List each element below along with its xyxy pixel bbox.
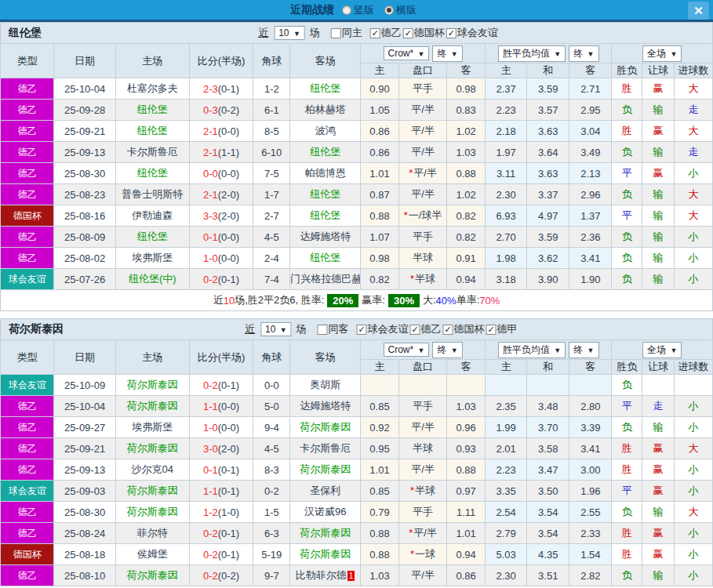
team-name: 荷尔斯泰因 xyxy=(1,322,64,336)
avg-odds-select[interactable]: 胜平负均值 ▼ xyxy=(498,45,566,62)
dropdown-arrow-icon: ▼ xyxy=(418,50,425,58)
near-link[interactable]: 近 xyxy=(258,26,268,40)
table-row: 德乙25-09-28纽伦堡0-3(0-2)6-1柏林赫塔1.05平/半0.832… xyxy=(1,100,713,121)
final-avg-select[interactable]: 终 ▼ xyxy=(569,45,598,62)
home-team-name: 荷尔斯泰因 xyxy=(127,400,178,412)
close-button[interactable]: ✕ xyxy=(688,2,709,20)
half-time-score: (0-0) xyxy=(218,401,239,412)
avg-draw-cell: 3.54 xyxy=(527,523,569,544)
odds-source-select[interactable]: Crow* ▼ xyxy=(384,343,430,357)
layout-radio-0[interactable]: 竖版 xyxy=(342,3,380,17)
avg-away-cell: 1.90 xyxy=(569,269,612,290)
score-cell: 0-3(0-2) xyxy=(189,100,253,121)
handicap-cell: 平/半 xyxy=(398,459,446,481)
league-checkbox-2[interactable]: ✓德国杯 xyxy=(443,322,485,336)
away-odds-cell: 0.83 xyxy=(447,100,486,121)
radio-selected-icon xyxy=(384,5,394,15)
summary-record: 场,胜2平2负6, 胜率: xyxy=(235,293,324,307)
goals-cell: 大 xyxy=(674,78,712,100)
league-checkbox-0[interactable]: ✓球会友谊 xyxy=(357,322,409,336)
match-count-select[interactable]: 10 ▼ xyxy=(274,26,305,40)
home-team-name: 荷尔斯泰因 xyxy=(127,379,178,390)
final-odds-select[interactable]: 终 ▼ xyxy=(432,342,462,358)
goals-cell: 小 xyxy=(674,269,712,290)
match-count-select[interactable]: 10 ▼ xyxy=(260,322,292,336)
handicap-result-cell: 赢 xyxy=(642,459,675,481)
full-match-select[interactable]: 全场 ▼ xyxy=(642,45,682,62)
league-checkbox-1[interactable]: ✓德国杯 xyxy=(403,26,445,40)
half-time-score: (1-1) xyxy=(218,147,239,158)
win-rate-badge: 20% xyxy=(327,294,358,307)
home-team-name: 埃弗斯堡 xyxy=(132,252,173,263)
score-cell: 2-1(2-0) xyxy=(189,184,253,205)
odds-source-select[interactable]: Crow* ▼ xyxy=(384,46,430,60)
away-odds-cell: 0.94 xyxy=(447,544,486,565)
league-checkbox-3[interactable]: ✓德甲 xyxy=(486,322,518,336)
half-time-score: (0-0) xyxy=(218,125,239,137)
away-team-cell: 圣保利 xyxy=(290,481,361,502)
column-header: 角球 xyxy=(253,340,290,375)
summary-count: 10 xyxy=(224,295,235,307)
type-cell: 球会友谊 xyxy=(1,269,54,290)
league-checkbox-3-label: 德甲 xyxy=(497,322,518,336)
home-team-cell: 菲尔特 xyxy=(115,523,189,544)
home-team-cell: 伊勒迪森 xyxy=(115,205,189,227)
result-cell: 负 xyxy=(612,565,642,586)
handicap-result-cell: 输 xyxy=(642,100,675,121)
checkbox-unchecked-icon xyxy=(331,28,341,38)
handicap-cell: 平/半 xyxy=(398,121,446,142)
handicap-result-cell: 赢 xyxy=(642,163,675,184)
column-header: 主场 xyxy=(115,44,189,78)
big-rate-value: 40% xyxy=(436,295,457,307)
avg-draw-cell: 3.54 xyxy=(527,502,569,523)
away-team-name: 荷尔斯泰因 xyxy=(300,463,351,475)
full-time-score: 1-0 xyxy=(203,252,218,264)
date-cell: 25-10-04 xyxy=(54,78,116,100)
avg-draw-cell: 3.90 xyxy=(527,269,569,290)
avg-away-cell: 2.71 xyxy=(569,78,612,100)
sub-column-header: 让球 xyxy=(642,64,675,78)
league-checkbox-0[interactable]: ✓德乙 xyxy=(370,26,402,40)
full-time-score: 1-1 xyxy=(203,401,218,412)
score-cell: 3-3(2-0) xyxy=(189,205,253,227)
score-cell: 0-2(0-1) xyxy=(189,269,253,290)
layout-radio-1[interactable]: 横版 xyxy=(384,3,423,17)
type-cell: 德乙 xyxy=(1,523,54,544)
date-cell: 25-10-09 xyxy=(54,375,116,396)
avg-away-cell: 2.13 xyxy=(569,163,612,184)
handicap-cell: 平/半 xyxy=(398,184,446,205)
avg-odds-select[interactable]: 胜平负均值 ▼ xyxy=(498,342,566,358)
avg-away-cell: 3.04 xyxy=(569,121,612,142)
handicap-star: * xyxy=(409,527,413,539)
avg-home-cell: 1.99 xyxy=(486,417,527,438)
away-odds-cell: 1.02 xyxy=(447,121,486,142)
result-cell: 负 xyxy=(612,248,642,269)
league-checkbox-2[interactable]: ✓球会友谊 xyxy=(446,26,498,40)
final-avg-select[interactable]: 终 ▼ xyxy=(569,342,598,358)
handicap-text: 平手 xyxy=(413,400,433,412)
same-venue-checkbox[interactable]: 同主 xyxy=(331,26,362,40)
full-match-select[interactable]: 全场 ▼ xyxy=(642,342,682,358)
corner-cell: 6-3 xyxy=(253,523,290,544)
final-odds-select[interactable]: 终 ▼ xyxy=(432,45,462,62)
handicap-text: 平/半 xyxy=(411,569,435,581)
big-rate-label: 大: xyxy=(423,293,436,307)
checkbox-checked-icon: ✓ xyxy=(443,325,453,335)
handicap-text: 平/半 xyxy=(411,188,435,200)
goals-cell: 小 xyxy=(674,417,712,438)
dropdown-arrow-icon: ▼ xyxy=(451,347,458,354)
same-venue-checkbox[interactable]: 同客 xyxy=(318,322,349,336)
goals-cell: 小 xyxy=(674,459,712,481)
near-link[interactable]: 近 xyxy=(245,322,255,336)
handicap-cell: *一/球半 xyxy=(398,205,446,227)
result-cell: 平 xyxy=(612,205,642,227)
goals-cell: 走 xyxy=(674,142,712,163)
home-team-name: 荷尔斯泰因 xyxy=(127,485,178,496)
avg-home-cell: 3.11 xyxy=(486,163,527,184)
away-team-cell: 荷尔斯泰因 xyxy=(290,417,361,438)
home-team-cell: 侯姆堡 xyxy=(115,544,189,565)
odds-source-group: Crow* ▼终 ▼ xyxy=(361,340,486,360)
league-checkbox-1[interactable]: ✓德乙 xyxy=(410,322,442,336)
handicap-cell: 平/半 xyxy=(398,565,446,586)
full-time-score: 0-2 xyxy=(203,528,218,539)
